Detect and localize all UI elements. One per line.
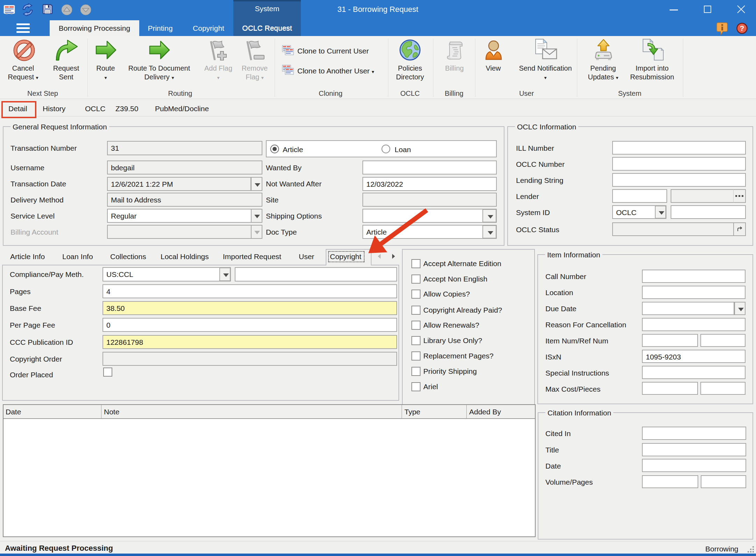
svg-text:?: ? <box>740 24 744 32</box>
